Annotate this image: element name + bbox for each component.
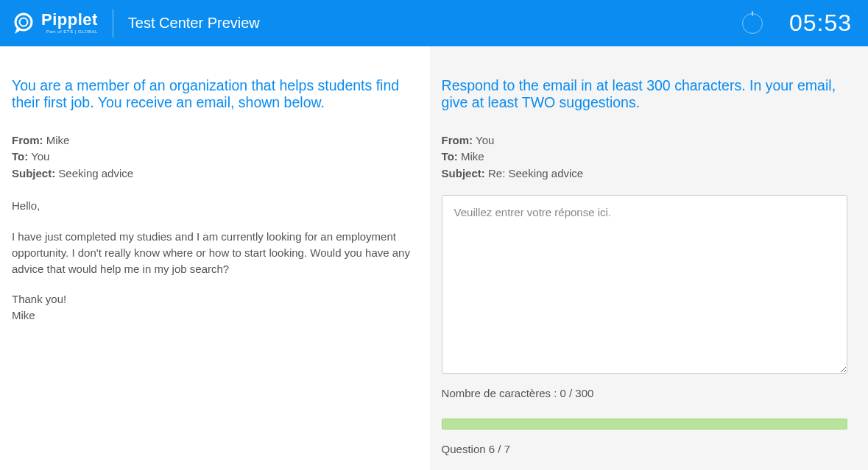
scenario-prompt: You are a member of an organization that… — [12, 77, 415, 112]
email-paragraph: I have just completed my studies and I a… — [12, 229, 415, 277]
subject-label: Subject: — [12, 167, 55, 179]
header-bar: Pipplet Part of ETS | GLOBAL Test Center… — [0, 0, 868, 46]
subject-value: Re: Seeking advice — [488, 167, 583, 179]
left-panel: You are a member of an organization that… — [0, 46, 430, 470]
question-counter: Question 6 / 7 — [442, 443, 847, 455]
response-textarea[interactable] — [442, 195, 847, 373]
progress-bar — [442, 419, 847, 430]
email-signoff: Thank you! Mike — [12, 291, 415, 324]
from-value: Mike — [46, 134, 70, 146]
header-divider — [113, 10, 113, 38]
brand-name: Pipplet — [41, 12, 98, 28]
subject-label: Subject: — [442, 167, 485, 179]
incoming-email-meta: From: Mike To: You Subject: Seeking advi… — [12, 132, 415, 182]
from-value: You — [476, 134, 494, 146]
to-value: You — [31, 150, 49, 163]
task-prompt: Respond to the email in at least 300 cha… — [442, 77, 847, 112]
speech-bubble-icon — [12, 12, 35, 35]
page-title: Test Center Preview — [128, 15, 260, 32]
svg-point-1 — [20, 18, 28, 26]
to-label: To: — [442, 150, 458, 163]
timer-icon — [742, 13, 763, 34]
right-panel: Respond to the email in at least 300 cha… — [430, 46, 868, 470]
from-label: From: — [12, 134, 43, 146]
timer-value: 05:53 — [789, 10, 852, 37]
main-content: You are a member of an organization that… — [0, 46, 868, 470]
brand-subtext: Part of ETS | GLOBAL — [46, 29, 98, 34]
from-label: From: — [442, 134, 473, 146]
to-value: Mike — [461, 150, 484, 163]
brand-logo: Pipplet Part of ETS | GLOBAL — [12, 12, 98, 35]
svg-point-0 — [15, 14, 32, 30]
incoming-email-body: Hello, I have just completed my studies … — [12, 198, 415, 324]
subject-value: Seeking advice — [58, 167, 133, 179]
email-greeting: Hello, — [12, 198, 415, 214]
reply-email-meta: From: You To: Mike Subject: Re: Seeking … — [442, 132, 847, 182]
to-label: To: — [12, 150, 28, 163]
character-count: Nombre de caractères : 0 / 300 — [442, 387, 847, 399]
